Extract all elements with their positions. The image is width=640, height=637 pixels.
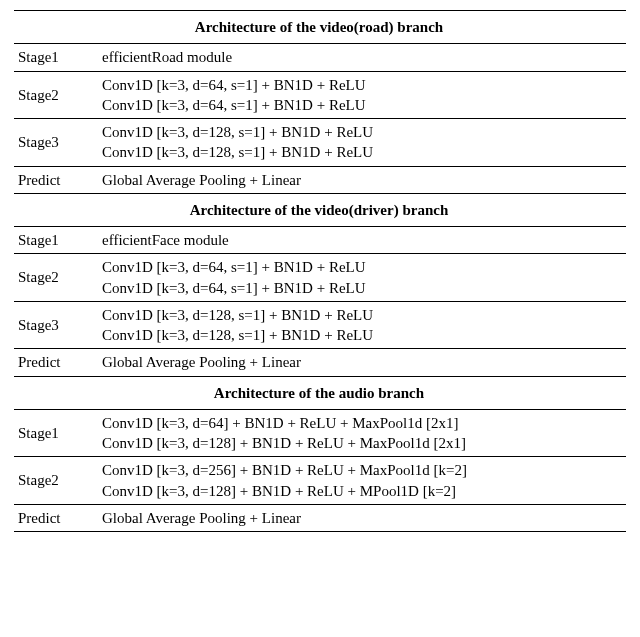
stage-desc-line: efficientRoad module [102, 47, 620, 67]
architecture-table: Architecture of the video(road) branch S… [14, 10, 626, 532]
stage-desc-line: Conv1D [k=3, d=256] + BN1D + ReLU + MaxP… [102, 460, 620, 480]
stage-desc: Conv1D [k=3, d=64] + BN1D + ReLU + MaxPo… [98, 409, 626, 457]
stage-desc: Global Average Pooling + Linear [98, 166, 626, 193]
section-header-road: Architecture of the video(road) branch [14, 11, 626, 44]
stage-label: Stage3 [14, 301, 98, 349]
stage-desc-line: Global Average Pooling + Linear [102, 508, 620, 528]
stage-label: Predict [14, 166, 98, 193]
stage-desc-line: Conv1D [k=3, d=128] + BN1D + ReLU + MPoo… [102, 481, 620, 501]
stage-label: Predict [14, 349, 98, 376]
stage-label: Stage1 [14, 227, 98, 254]
stage-desc: Global Average Pooling + Linear [98, 504, 626, 531]
stage-label: Stage1 [14, 409, 98, 457]
stage-desc-line: Conv1D [k=3, d=64, s=1] + BN1D + ReLU [102, 257, 620, 277]
stage-desc: Global Average Pooling + Linear [98, 349, 626, 376]
stage-desc-line: Conv1D [k=3, d=128, s=1] + BN1D + ReLU [102, 325, 620, 345]
stage-label: Predict [14, 504, 98, 531]
stage-desc: Conv1D [k=3, d=256] + BN1D + ReLU + MaxP… [98, 457, 626, 505]
stage-desc-line: Global Average Pooling + Linear [102, 352, 620, 372]
stage-desc: Conv1D [k=3, d=64, s=1] + BN1D + ReLU Co… [98, 71, 626, 119]
stage-label: Stage2 [14, 457, 98, 505]
stage-desc: Conv1D [k=3, d=64, s=1] + BN1D + ReLU Co… [98, 254, 626, 302]
stage-desc: efficientFace module [98, 227, 626, 254]
stage-desc-line: Conv1D [k=3, d=128, s=1] + BN1D + ReLU [102, 122, 620, 142]
stage-desc-line: Conv1D [k=3, d=128] + BN1D + ReLU + MaxP… [102, 433, 620, 453]
stage-label: Stage2 [14, 71, 98, 119]
stage-label: Stage1 [14, 44, 98, 71]
section-header-driver: Architecture of the video(driver) branch [14, 193, 626, 226]
stage-desc: efficientRoad module [98, 44, 626, 71]
stage-desc-line: Conv1D [k=3, d=64, s=1] + BN1D + ReLU [102, 278, 620, 298]
stage-desc-line: Conv1D [k=3, d=64, s=1] + BN1D + ReLU [102, 75, 620, 95]
stage-desc-line: Global Average Pooling + Linear [102, 170, 620, 190]
stage-desc-line: Conv1D [k=3, d=64, s=1] + BN1D + ReLU [102, 95, 620, 115]
stage-desc: Conv1D [k=3, d=128, s=1] + BN1D + ReLU C… [98, 119, 626, 167]
section-header-audio: Architecture of the audio branch [14, 376, 626, 409]
stage-desc-line: efficientFace module [102, 230, 620, 250]
stage-label: Stage2 [14, 254, 98, 302]
stage-desc-line: Conv1D [k=3, d=128, s=1] + BN1D + ReLU [102, 142, 620, 162]
stage-label: Stage3 [14, 119, 98, 167]
stage-desc: Conv1D [k=3, d=128, s=1] + BN1D + ReLU C… [98, 301, 626, 349]
stage-desc-line: Conv1D [k=3, d=64] + BN1D + ReLU + MaxPo… [102, 413, 620, 433]
stage-desc-line: Conv1D [k=3, d=128, s=1] + BN1D + ReLU [102, 305, 620, 325]
